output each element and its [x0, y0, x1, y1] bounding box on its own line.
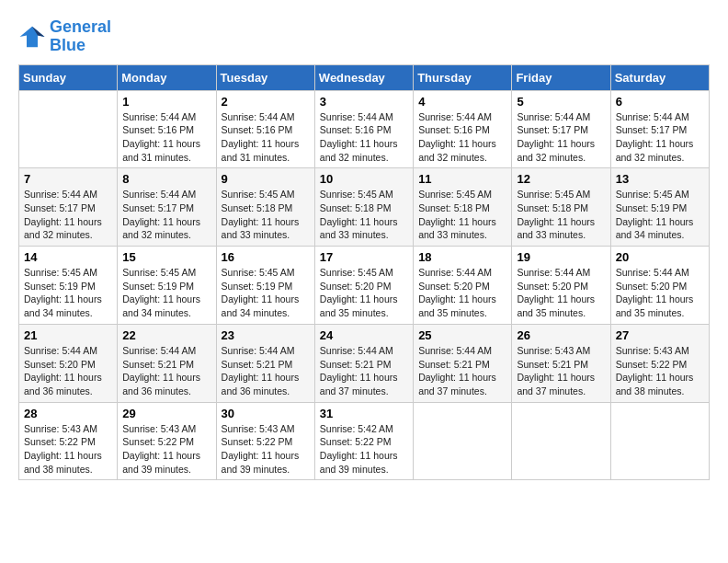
- day-detail: Sunrise: 5:44 AMSunset: 5:21 PMDaylight:…: [320, 344, 408, 398]
- calendar-cell: [19, 90, 118, 168]
- calendar-cell: 14Sunrise: 5:45 AMSunset: 5:19 PMDayligh…: [19, 247, 118, 325]
- day-detail: Sunrise: 5:45 AMSunset: 5:20 PMDaylight:…: [320, 266, 408, 320]
- day-detail: Sunrise: 5:44 AMSunset: 5:21 PMDaylight:…: [222, 344, 310, 398]
- day-number: 27: [616, 328, 704, 342]
- day-detail: Sunrise: 5:45 AMSunset: 5:19 PMDaylight:…: [222, 266, 310, 320]
- day-number: 25: [418, 328, 506, 342]
- day-detail: Sunrise: 5:45 AMSunset: 5:19 PMDaylight:…: [616, 188, 704, 242]
- logo: General Blue: [18, 18, 111, 55]
- day-number: 12: [517, 172, 605, 186]
- svg-marker-0: [20, 27, 45, 48]
- day-number: 2: [222, 95, 310, 109]
- day-number: 18: [418, 250, 506, 264]
- col-header-saturday: Saturday: [610, 64, 709, 90]
- day-number: 4: [418, 95, 506, 109]
- day-number: 16: [222, 250, 310, 264]
- day-number: 15: [122, 250, 210, 264]
- calendar-cell: 31Sunrise: 5:42 AMSunset: 5:22 PMDayligh…: [314, 402, 413, 480]
- calendar-cell: 15Sunrise: 5:45 AMSunset: 5:19 PMDayligh…: [118, 247, 216, 325]
- day-detail: Sunrise: 5:43 AMSunset: 5:21 PMDaylight:…: [517, 344, 605, 398]
- calendar-cell: 16Sunrise: 5:45 AMSunset: 5:19 PMDayligh…: [216, 247, 314, 325]
- day-detail: Sunrise: 5:43 AMSunset: 5:22 PMDaylight:…: [24, 422, 112, 477]
- calendar-cell: [512, 402, 610, 480]
- day-number: 10: [320, 172, 408, 186]
- calendar-cell: 21Sunrise: 5:44 AMSunset: 5:20 PMDayligh…: [19, 324, 118, 402]
- day-number: 22: [122, 328, 210, 342]
- col-header-monday: Monday: [118, 64, 216, 90]
- logo-icon: [18, 23, 46, 51]
- day-detail: Sunrise: 5:45 AMSunset: 5:18 PMDaylight:…: [517, 188, 605, 242]
- calendar-cell: 19Sunrise: 5:44 AMSunset: 5:20 PMDayligh…: [512, 247, 610, 325]
- day-detail: Sunrise: 5:43 AMSunset: 5:22 PMDaylight:…: [122, 422, 210, 477]
- day-detail: Sunrise: 5:44 AMSunset: 5:17 PMDaylight:…: [24, 188, 112, 242]
- day-detail: Sunrise: 5:45 AMSunset: 5:19 PMDaylight:…: [122, 266, 210, 320]
- calendar-cell: 24Sunrise: 5:44 AMSunset: 5:21 PMDayligh…: [314, 324, 413, 402]
- calendar-cell: 10Sunrise: 5:45 AMSunset: 5:18 PMDayligh…: [314, 168, 413, 247]
- day-number: 23: [222, 328, 310, 342]
- day-detail: Sunrise: 5:44 AMSunset: 5:16 PMDaylight:…: [122, 110, 210, 165]
- day-detail: Sunrise: 5:43 AMSunset: 5:22 PMDaylight:…: [222, 422, 310, 477]
- day-detail: Sunrise: 5:43 AMSunset: 5:22 PMDaylight:…: [616, 344, 704, 398]
- col-header-tuesday: Tuesday: [216, 64, 314, 90]
- calendar-cell: 11Sunrise: 5:45 AMSunset: 5:18 PMDayligh…: [414, 168, 512, 247]
- col-header-sunday: Sunday: [19, 64, 118, 90]
- day-number: 9: [222, 172, 310, 186]
- calendar-cell: 23Sunrise: 5:44 AMSunset: 5:21 PMDayligh…: [216, 324, 314, 402]
- day-number: 13: [616, 172, 704, 186]
- calendar-cell: 26Sunrise: 5:43 AMSunset: 5:21 PMDayligh…: [512, 324, 610, 402]
- day-detail: Sunrise: 5:44 AMSunset: 5:16 PMDaylight:…: [222, 110, 310, 165]
- calendar-cell: 18Sunrise: 5:44 AMSunset: 5:20 PMDayligh…: [414, 247, 512, 325]
- day-detail: Sunrise: 5:44 AMSunset: 5:17 PMDaylight:…: [122, 188, 210, 242]
- day-detail: Sunrise: 5:44 AMSunset: 5:17 PMDaylight:…: [616, 110, 704, 165]
- calendar-cell: 20Sunrise: 5:44 AMSunset: 5:20 PMDayligh…: [610, 247, 709, 325]
- calendar-table: SundayMondayTuesdayWednesdayThursdayFrid…: [18, 64, 710, 481]
- day-detail: Sunrise: 5:44 AMSunset: 5:21 PMDaylight:…: [418, 344, 506, 398]
- calendar-cell: 17Sunrise: 5:45 AMSunset: 5:20 PMDayligh…: [314, 247, 413, 325]
- calendar-cell: 2Sunrise: 5:44 AMSunset: 5:16 PMDaylight…: [216, 90, 314, 168]
- day-number: 19: [517, 250, 605, 264]
- calendar-cell: 8Sunrise: 5:44 AMSunset: 5:17 PMDaylight…: [118, 168, 216, 247]
- calendar-cell: 13Sunrise: 5:45 AMSunset: 5:19 PMDayligh…: [610, 168, 709, 247]
- calendar-cell: 30Sunrise: 5:43 AMSunset: 5:22 PMDayligh…: [216, 402, 314, 480]
- day-detail: Sunrise: 5:44 AMSunset: 5:20 PMDaylight:…: [517, 266, 605, 320]
- day-detail: Sunrise: 5:45 AMSunset: 5:19 PMDaylight:…: [24, 266, 112, 320]
- calendar-cell: 4Sunrise: 5:44 AMSunset: 5:16 PMDaylight…: [414, 90, 512, 168]
- day-number: 14: [24, 250, 112, 264]
- day-number: 29: [122, 407, 210, 420]
- day-detail: Sunrise: 5:45 AMSunset: 5:18 PMDaylight:…: [418, 188, 506, 242]
- day-number: 8: [122, 172, 210, 186]
- col-header-wednesday: Wednesday: [314, 64, 413, 90]
- day-number: 28: [24, 407, 112, 420]
- day-detail: Sunrise: 5:44 AMSunset: 5:16 PMDaylight:…: [418, 110, 506, 165]
- day-number: 31: [320, 407, 408, 420]
- col-header-thursday: Thursday: [414, 64, 512, 90]
- day-number: 20: [616, 250, 704, 264]
- day-number: 30: [222, 407, 310, 420]
- day-number: 3: [320, 95, 408, 109]
- day-detail: Sunrise: 5:44 AMSunset: 5:17 PMDaylight:…: [517, 110, 605, 165]
- calendar-cell: 27Sunrise: 5:43 AMSunset: 5:22 PMDayligh…: [610, 324, 709, 402]
- day-number: 11: [418, 172, 506, 186]
- day-detail: Sunrise: 5:44 AMSunset: 5:20 PMDaylight:…: [616, 266, 704, 320]
- calendar-cell: 7Sunrise: 5:44 AMSunset: 5:17 PMDaylight…: [19, 168, 118, 247]
- day-number: 17: [320, 250, 408, 264]
- calendar-cell: [610, 402, 709, 480]
- calendar-cell: 28Sunrise: 5:43 AMSunset: 5:22 PMDayligh…: [19, 402, 118, 480]
- calendar-cell: 12Sunrise: 5:45 AMSunset: 5:18 PMDayligh…: [512, 168, 610, 247]
- page-header: General Blue: [18, 18, 710, 55]
- calendar-cell: 6Sunrise: 5:44 AMSunset: 5:17 PMDaylight…: [610, 90, 709, 168]
- day-detail: Sunrise: 5:44 AMSunset: 5:16 PMDaylight:…: [320, 110, 408, 165]
- calendar-cell: 5Sunrise: 5:44 AMSunset: 5:17 PMDaylight…: [512, 90, 610, 168]
- calendar-cell: 9Sunrise: 5:45 AMSunset: 5:18 PMDaylight…: [216, 168, 314, 247]
- day-number: 7: [24, 172, 112, 186]
- day-number: 5: [517, 95, 605, 109]
- calendar-cell: [414, 402, 512, 480]
- day-detail: Sunrise: 5:44 AMSunset: 5:20 PMDaylight:…: [24, 344, 112, 398]
- logo-text: General Blue: [50, 18, 111, 55]
- day-number: 6: [616, 95, 704, 109]
- calendar-cell: 25Sunrise: 5:44 AMSunset: 5:21 PMDayligh…: [414, 324, 512, 402]
- day-detail: Sunrise: 5:45 AMSunset: 5:18 PMDaylight:…: [222, 188, 310, 242]
- day-number: 26: [517, 328, 605, 342]
- calendar-cell: 22Sunrise: 5:44 AMSunset: 5:21 PMDayligh…: [118, 324, 216, 402]
- day-number: 1: [122, 95, 210, 109]
